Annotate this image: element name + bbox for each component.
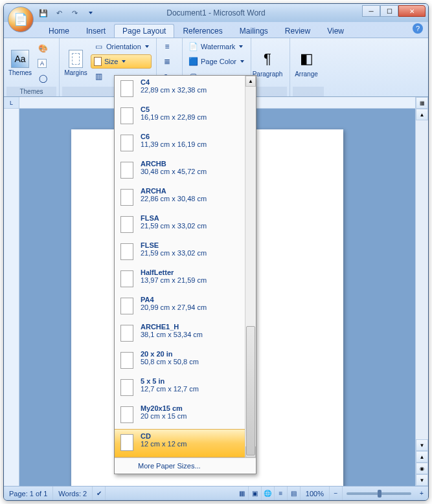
status-proofing[interactable]: ✔ bbox=[93, 487, 106, 500]
browse-object-button[interactable]: ◉ bbox=[416, 463, 428, 474]
theme-fonts-button[interactable]: A bbox=[35, 56, 51, 71]
theme-effects-button[interactable]: ◯ bbox=[35, 71, 51, 85]
tab-mailings[interactable]: Mailings bbox=[231, 24, 277, 38]
ruler-toggle-button[interactable]: ▦ bbox=[416, 97, 428, 109]
vertical-scrollbar[interactable]: ▦ ▲ ▼ ▲ ◉ ▼ bbox=[415, 97, 428, 486]
undo-button[interactable]: ↶ bbox=[52, 6, 66, 19]
size-option-c6[interactable]: C611,39 cm x 16,19 cm bbox=[115, 130, 256, 157]
size-option-cd[interactable]: CD12 cm x 12 cm bbox=[115, 429, 256, 457]
chevron-down-icon bbox=[89, 12, 93, 14]
ruler-toggle[interactable]: L bbox=[4, 97, 19, 109]
view-print-layout[interactable]: ▦ bbox=[236, 487, 249, 500]
status-page[interactable]: Page: 1 of 1 bbox=[4, 487, 53, 500]
status-words[interactable]: Words: 2 bbox=[53, 487, 93, 500]
page-size-icon bbox=[119, 296, 135, 316]
tab-home[interactable]: Home bbox=[40, 24, 78, 38]
close-button[interactable]: ✕ bbox=[398, 5, 426, 17]
margins-icon bbox=[69, 50, 83, 68]
tab-references[interactable]: References bbox=[174, 24, 231, 38]
quick-access-toolbar: 💾 ↶ ↷ bbox=[36, 6, 97, 19]
zoom-out-button[interactable]: − bbox=[330, 487, 343, 500]
effects-icon: ◯ bbox=[38, 73, 48, 83]
size-option-arche1-h[interactable]: ARCHE1_H38,1 cm x 53,34 cm bbox=[115, 320, 256, 347]
tab-review[interactable]: Review bbox=[277, 24, 319, 38]
page-size-icon bbox=[119, 377, 135, 398]
columns-icon: ▥ bbox=[93, 71, 104, 82]
maximize-button[interactable]: ☐ bbox=[380, 5, 398, 17]
watermark-icon: 📄 bbox=[188, 41, 198, 52]
prev-page-button[interactable]: ▲ bbox=[416, 451, 428, 463]
size-option-archa[interactable]: ARCHA22,86 cm x 30,48 cm bbox=[115, 184, 256, 212]
breaks-icon: ≡ bbox=[162, 41, 172, 52]
page-size-icon bbox=[119, 268, 135, 289]
scroll-up-button[interactable]: ▲ bbox=[416, 109, 428, 120]
qat-more-button[interactable] bbox=[83, 6, 97, 19]
minimize-button[interactable]: ─ bbox=[362, 5, 380, 17]
watermark-button[interactable]: 📄Watermark bbox=[185, 39, 247, 54]
size-option-c5[interactable]: C516,19 cm x 22,89 cm bbox=[115, 103, 256, 130]
more-paper-sizes[interactable]: More Paper Sizes... bbox=[115, 457, 256, 474]
tab-page-layout[interactable]: Page Layout bbox=[114, 24, 174, 38]
size-option-my20x15-cm[interactable]: My20x15 cm20 cm x 15 cm bbox=[115, 402, 256, 429]
page-size-icon bbox=[119, 187, 135, 208]
size-option-flsa[interactable]: FLSA21,59 cm x 33,02 cm bbox=[115, 212, 256, 239]
size-option-flse[interactable]: FLSE21,59 cm x 33,02 cm bbox=[115, 239, 256, 266]
theme-colors-button[interactable]: 🎨 bbox=[35, 41, 51, 56]
zoom-slider[interactable] bbox=[347, 492, 411, 495]
zoom-in-button[interactable]: + bbox=[415, 487, 428, 500]
size-option-halfletter[interactable]: HalfLetter13,97 cm x 21,59 cm bbox=[115, 266, 256, 293]
size-option-pa4[interactable]: PA420,99 cm x 27,94 cm bbox=[115, 293, 256, 320]
tab-insert[interactable]: Insert bbox=[78, 24, 114, 38]
page-size-icon bbox=[119, 133, 135, 153]
chevron-down-icon bbox=[145, 45, 149, 48]
statusbar: Page: 1 of 1 Words: 2 ✔ ▦ ▣ 🌐 ≡ ▤ 100% −… bbox=[4, 486, 428, 500]
themes-icon: Aa bbox=[11, 50, 29, 68]
chevron-down-icon bbox=[122, 60, 126, 63]
line-numbers-button[interactable]: ≣ bbox=[159, 54, 175, 69]
colors-icon: 🎨 bbox=[38, 43, 48, 54]
group-arrange: ◧ Arrange bbox=[290, 38, 326, 96]
page-size-icon bbox=[119, 241, 135, 262]
page-size-icon bbox=[119, 350, 135, 371]
page-color-button[interactable]: 🟦Page Color bbox=[185, 54, 247, 69]
view-full-screen[interactable]: ▣ bbox=[249, 487, 262, 500]
size-option-c4[interactable]: C422,89 cm x 32,38 cm bbox=[115, 76, 256, 103]
orientation-button[interactable]: ▭Orientation bbox=[91, 39, 152, 54]
redo-button[interactable]: ↷ bbox=[67, 6, 82, 19]
scroll-down-button[interactable]: ▼ bbox=[416, 439, 428, 451]
titlebar: 💾 ↶ ↷ Document1 - Microsoft Word ─ ☐ ✕ bbox=[4, 4, 428, 22]
save-button[interactable]: 💾 bbox=[36, 6, 51, 19]
scroll-track[interactable] bbox=[416, 120, 428, 439]
dd-scroll-thumb[interactable] bbox=[246, 326, 255, 455]
margins-button[interactable]: Margins bbox=[62, 39, 89, 87]
status-zoom[interactable]: 100% bbox=[301, 487, 330, 500]
size-option-5-x-5-in[interactable]: 5 x 5 in12,7 cm x 12,7 cm bbox=[115, 375, 256, 402]
orientation-icon: ▭ bbox=[93, 41, 104, 52]
office-button[interactable]: 📄 bbox=[8, 6, 34, 32]
view-outline[interactable]: ≡ bbox=[275, 487, 288, 500]
breaks-button[interactable]: ≡ bbox=[159, 39, 175, 54]
size-option-archb[interactable]: ARCHB30,48 cm x 45,72 cm bbox=[115, 157, 256, 184]
page-size-icon bbox=[119, 78, 135, 99]
dropdown-scrollbar[interactable]: ▲▼ bbox=[245, 76, 256, 457]
group-paragraph: ¶ Paragraph bbox=[251, 38, 290, 96]
themes-button[interactable]: Aa Themes bbox=[6, 39, 34, 87]
paragraph-button[interactable]: ¶ Paragraph bbox=[254, 39, 281, 87]
zoom-thumb[interactable] bbox=[378, 490, 381, 498]
size-button[interactable]: Size bbox=[91, 54, 152, 69]
size-dropdown: C422,89 cm x 32,38 cmC516,19 cm x 22,89 … bbox=[114, 75, 256, 474]
paragraph-icon: ¶ bbox=[257, 49, 278, 69]
help-button[interactable]: ? bbox=[413, 23, 423, 34]
tab-view[interactable]: View bbox=[319, 24, 352, 38]
arrange-button[interactable]: ◧ Arrange bbox=[293, 39, 320, 87]
undo-icon: ↶ bbox=[56, 9, 62, 17]
line-numbers-icon: ≣ bbox=[162, 56, 172, 67]
size-option-20-x-20-in[interactable]: 20 x 20 in50,8 cm x 50,8 cm bbox=[115, 347, 256, 375]
next-page-button[interactable]: ▼ bbox=[416, 474, 428, 486]
dd-scroll-up[interactable]: ▲ bbox=[245, 76, 256, 87]
view-draft[interactable]: ▤ bbox=[288, 487, 301, 500]
size-icon bbox=[94, 57, 102, 66]
app-window: 💾 ↶ ↷ Document1 - Microsoft Word ─ ☐ ✕ 📄… bbox=[3, 3, 429, 501]
vertical-ruler[interactable] bbox=[4, 109, 19, 486]
view-web-layout[interactable]: 🌐 bbox=[262, 487, 275, 500]
